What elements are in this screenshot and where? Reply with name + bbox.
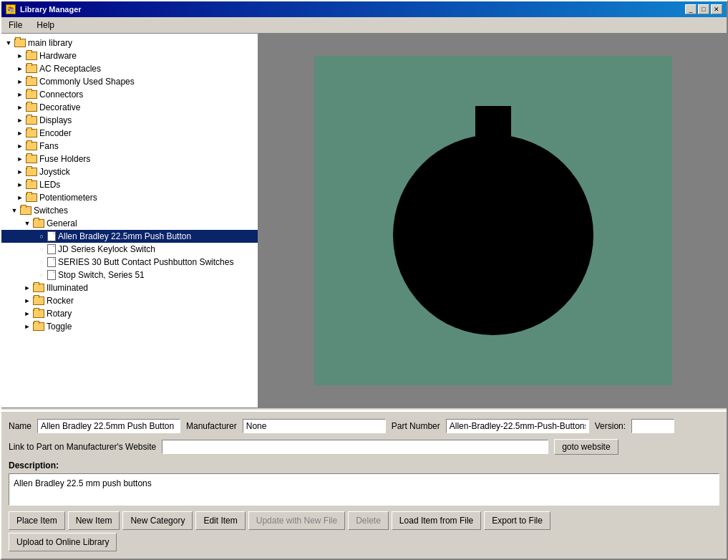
edit-item-button[interactable]: Edit Item (195, 511, 245, 530)
tree-label-displays: Displays (39, 115, 72, 125)
tree-label-encoder: Encoder (39, 128, 72, 138)
expander-series-30: ○ (36, 256, 47, 268)
folder-icon-connectors (26, 90, 37, 99)
tree-label-main-library: main library (28, 38, 72, 48)
tree-container[interactable]: ▼ main library ► Hardware ► AC Receptacl… (1, 34, 258, 407)
tree-item-toggle[interactable]: ► Toggle (1, 320, 258, 333)
folder-icon-commonly-used (26, 77, 37, 86)
tree-item-jd-series[interactable]: ○ JD Series Keylock Switch (1, 243, 258, 256)
expander-decorative[interactable]: ► (14, 102, 26, 113)
tree-item-rotary[interactable]: ► Rotary (1, 307, 258, 320)
component-body (393, 135, 593, 335)
menu-help[interactable]: Help (32, 19, 59, 32)
expander-potentiometers[interactable]: ► (14, 192, 26, 203)
place-item-button[interactable]: Place Item (9, 511, 65, 530)
tree-label-allen-bradley: Allen Bradley 22.5mm Push Button (58, 231, 191, 241)
folder-icon-ac (26, 64, 37, 73)
tree-label-connectors: Connectors (39, 90, 83, 100)
tree-item-hardware[interactable]: ► Hardware (1, 49, 258, 62)
update-new-file-button[interactable]: Update with New File (248, 511, 345, 530)
folder-icon-switches (20, 206, 31, 215)
tree-item-rocker[interactable]: ► Rocker (1, 294, 258, 307)
expander-switches[interactable]: ▼ (9, 205, 20, 216)
folder-icon-toggle (33, 322, 44, 331)
window-controls: _ □ ✕ (685, 4, 722, 14)
version-input[interactable] (631, 419, 674, 433)
folder-icon-illuminated (33, 284, 44, 292)
expander-encoder[interactable]: ► (14, 127, 26, 139)
tree-item-series-30[interactable]: ○ SERIES 30 Butt Contact Pushbutton Swit… (1, 256, 258, 269)
tree-item-switches[interactable]: ▼ Switches (1, 204, 258, 217)
description-text: Allen Bradley 22.5 mm push buttons (14, 478, 152, 488)
maximize-button[interactable]: □ (698, 4, 709, 14)
tree-item-main-library[interactable]: ▼ main library (1, 37, 258, 49)
upload-online-button[interactable]: Upload to Online Library (9, 533, 117, 551)
tree-item-displays[interactable]: ► Displays (1, 114, 258, 127)
tree-label-decorative: Decorative (39, 102, 80, 112)
bottom-panel: Name Manufacturer Part Number Version: L… (1, 410, 727, 559)
tree-label-general: General (47, 218, 77, 228)
tree-item-allen-bradley[interactable]: ○ Allen Bradley 22.5mm Push Button (1, 230, 258, 243)
export-button[interactable]: Export to File (484, 511, 550, 530)
tree-item-decorative[interactable]: ► Decorative (1, 101, 258, 114)
tree-item-general[interactable]: ▼ General (1, 217, 258, 230)
folder-icon-rocker (33, 296, 44, 305)
link-input[interactable] (162, 440, 548, 454)
expander-ac[interactable]: ► (14, 63, 26, 74)
folder-icon-rotary (33, 309, 44, 318)
expander-rocker[interactable]: ► (21, 295, 33, 306)
expander-illuminated[interactable]: ► (21, 282, 33, 294)
tree-label-hardware: Hardware (39, 51, 77, 61)
expander-rotary[interactable]: ► (21, 308, 33, 319)
menu-bar: File Help (1, 17, 727, 34)
expander-displays[interactable]: ► (14, 115, 26, 126)
library-manager-window: 📚 Library Manager _ □ ✕ File Help ▼ main… (0, 0, 728, 560)
expander-leds[interactable]: ► (14, 179, 26, 190)
menu-file[interactable]: File (4, 19, 26, 32)
tree-item-potentiometers[interactable]: ► Potentiometers (1, 191, 258, 204)
part-number-input[interactable] (446, 419, 589, 433)
expander-fuse[interactable]: ► (14, 153, 26, 165)
tree-label-potentiometers: Potentiometers (39, 193, 97, 203)
manufacturer-input[interactable] (243, 419, 386, 433)
title-bar: 📚 Library Manager _ □ ✕ (1, 1, 727, 17)
goto-website-button[interactable]: goto website (554, 439, 618, 455)
expander-joystick[interactable]: ► (14, 166, 26, 178)
window-title: Library Manager (20, 5, 82, 14)
tree-item-ac-receptacles[interactable]: ► AC Receptacles (1, 62, 258, 75)
close-button[interactable]: ✕ (711, 4, 722, 14)
tree-item-leds[interactable]: ► LEDs (1, 178, 258, 191)
expander-toggle[interactable]: ► (21, 321, 33, 332)
tree-item-encoder[interactable]: ► Encoder (1, 127, 258, 140)
expander-main-library[interactable]: ▼ (3, 37, 14, 49)
minimize-button[interactable]: _ (685, 4, 697, 14)
tree-item-commonly-used[interactable]: ► Commonly Used Shapes (1, 75, 258, 88)
tree-item-fans[interactable]: ► Fans (1, 140, 258, 153)
new-category-button[interactable]: New Category (122, 511, 193, 530)
new-item-button[interactable]: New Item (68, 511, 120, 530)
tree-label-toggle: Toggle (47, 322, 72, 332)
tree-item-joystick[interactable]: ► Joystick (1, 165, 258, 178)
buttons-row-1: Place Item New Item New Category Edit It… (9, 511, 719, 530)
description-box: Allen Bradley 22.5 mm push buttons (9, 473, 719, 506)
tree-label-commonly-used: Commonly Used Shapes (39, 77, 135, 87)
description-label: Description: (9, 460, 719, 470)
expander-connectors[interactable]: ► (14, 89, 26, 100)
tree-item-stop-switch[interactable]: ○ Stop Switch, Series 51 (1, 269, 258, 281)
component-connector (475, 106, 511, 138)
expander-fans[interactable]: ► (14, 140, 26, 152)
expander-allen-bradley: ○ (36, 231, 47, 242)
preview-area (314, 56, 672, 385)
load-item-button[interactable]: Load Item from File (392, 511, 481, 530)
expander-commonly-used[interactable]: ► (14, 76, 26, 87)
expander-general[interactable]: ▼ (21, 218, 33, 229)
tree-label-ac: AC Receptacles (39, 64, 101, 74)
name-input[interactable] (37, 419, 180, 433)
delete-button[interactable]: Delete (348, 511, 389, 530)
tree-item-connectors[interactable]: ► Connectors (1, 88, 258, 101)
tree-item-fuse-holders[interactable]: ► Fuse Holders (1, 153, 258, 165)
expander-hardware[interactable]: ► (14, 50, 26, 62)
folder-icon-potentiometers (26, 193, 37, 202)
folder-icon-displays (26, 116, 37, 125)
tree-item-illuminated[interactable]: ► Illuminated (1, 281, 258, 294)
